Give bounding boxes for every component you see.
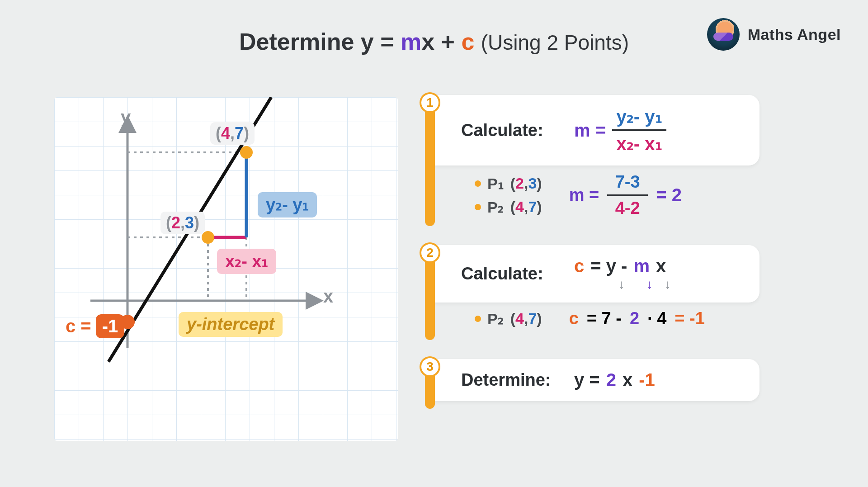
step-3-bar	[425, 372, 435, 409]
dy-tag: y₂- y₁	[258, 192, 317, 217]
step-1: 1 Calculate: m = y₂- y₁ x₂- x₁ P₁ (2,3) …	[425, 95, 760, 226]
svg-point-10	[202, 231, 214, 244]
step-2-card: Calculate: c = y - mx ↓ ↓ ↓	[434, 245, 760, 303]
step-3-num: 3	[420, 356, 440, 377]
step-1-bar	[425, 108, 435, 226]
dx-tag: x₂- x₁	[217, 249, 276, 274]
step-3-card: Determine: y = 2x -1	[434, 359, 760, 401]
y-intercept-tag: y-intercept	[179, 312, 283, 337]
step-1-card: Calculate: m = y₂- y₁ x₂- x₁	[434, 95, 760, 165]
svg-point-9	[240, 146, 253, 159]
step-1-num: 1	[420, 92, 440, 113]
y-axis-label: y	[121, 107, 131, 128]
point-p2-label: (4,7)	[210, 122, 255, 145]
step-2: 2 Calculate: c = y - mx ↓ ↓ ↓ P₂ (4,7)	[425, 245, 760, 340]
x-axis-label: x	[323, 286, 333, 307]
graph-panel: y x (4,7) (2,3) y₂- y₁ x₂- x₁ y-intercep…	[54, 97, 398, 441]
step-2-bar	[425, 258, 435, 340]
page-title: Determine y = mx + c (Using 2 Points)	[0, 28, 868, 55]
step-3: 3 Determine: y = 2x -1	[425, 359, 760, 409]
c-value-callout: c = -1	[66, 314, 124, 338]
step-2-num: 2	[420, 242, 440, 263]
step-1-sub: P₁ (2,3) P₂ (4,7) m = 7-3 4-2 = 2	[434, 165, 760, 220]
step-2-sub: P₂ (4,7) c = 7 - 2 · 4 = -1	[434, 303, 760, 330]
point-p1-label: (2,3)	[160, 212, 205, 234]
steps-column: 1 Calculate: m = y₂- y₁ x₂- x₁ P₁ (2,3) …	[425, 95, 760, 428]
